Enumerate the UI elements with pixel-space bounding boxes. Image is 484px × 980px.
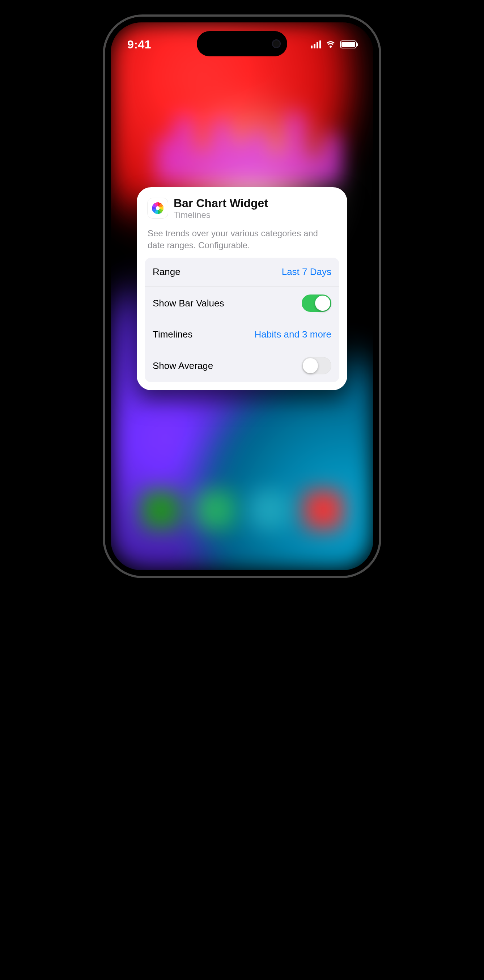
- phone-frame: 9:41: [103, 14, 381, 578]
- app-icon: [148, 198, 168, 218]
- front-camera-icon: [272, 40, 281, 48]
- svg-point-10: [156, 206, 160, 210]
- side-button-vol-up: [103, 150, 104, 190]
- row-range-value: Last 7 Days: [282, 266, 331, 278]
- row-timelines-label: Timelines: [153, 329, 192, 340]
- cellular-icon: [311, 40, 321, 48]
- row-range[interactable]: Range Last 7 Days: [145, 258, 339, 286]
- battery-icon: [340, 40, 357, 48]
- row-range-label: Range: [153, 266, 181, 277]
- row-show-average-label: Show Average: [153, 360, 213, 371]
- row-show-bar-values-label: Show Bar Values: [153, 298, 224, 309]
- row-show-bar-values: Show Bar Values: [145, 286, 339, 320]
- row-timelines-value: Habits and 3 more: [255, 328, 331, 340]
- widget-config-card: Bar Chart Widget Timelines See trends ov…: [137, 187, 347, 390]
- toggle-show-average[interactable]: [302, 357, 331, 374]
- card-description: See trends over your various categories …: [145, 224, 339, 258]
- side-button-power: [380, 165, 381, 226]
- settings-list: Range Last 7 Days Show Bar Values Timeli…: [145, 258, 339, 382]
- dynamic-island: [197, 31, 287, 56]
- row-timelines[interactable]: Timelines Habits and 3 more: [145, 320, 339, 349]
- wifi-icon: [326, 40, 336, 48]
- card-title: Bar Chart Widget: [174, 197, 268, 210]
- side-button-silent: [103, 111, 104, 132]
- aperture-icon: [150, 200, 165, 216]
- row-show-average: Show Average: [145, 349, 339, 382]
- toggle-show-bar-values[interactable]: [302, 294, 331, 312]
- side-button-vol-down: [103, 201, 104, 241]
- status-time: 9:41: [127, 38, 151, 51]
- card-subtitle: Timelines: [174, 210, 268, 220]
